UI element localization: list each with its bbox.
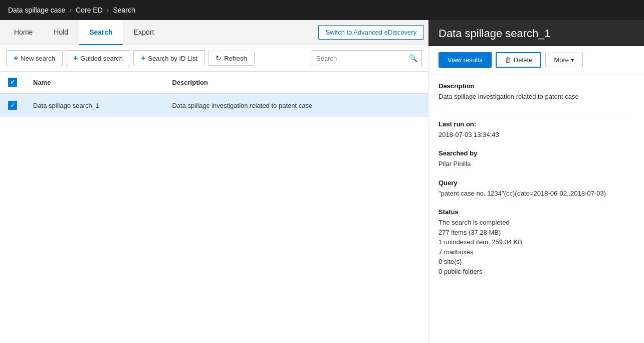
table-header-name: Name	[25, 72, 164, 93]
row-checkbox-cell[interactable]: ✓	[0, 93, 25, 117]
tab-export[interactable]: Export	[124, 20, 164, 45]
last-run-label: Last run on:	[439, 120, 634, 128]
tab-hold[interactable]: Hold	[44, 20, 78, 45]
tab-home[interactable]: Home	[4, 20, 43, 45]
table-header-checkbox-col: ✓	[0, 72, 25, 93]
main-layout: Home Hold Search Export Switch to Advanc…	[0, 20, 644, 343]
more-button[interactable]: More ▾	[545, 53, 583, 67]
description-value: Data spillage investigation related to p…	[439, 92, 634, 102]
description-section: Description Data spillage investigation …	[439, 82, 634, 102]
detail-header: Data spillage search_1	[428, 20, 644, 46]
status-line-2: 277 items (37.28 MB)	[439, 228, 634, 238]
table-header-row: ✓ Name Description	[0, 72, 428, 93]
plus-icon: +	[14, 54, 18, 63]
view-results-button[interactable]: View results	[439, 52, 492, 68]
description-label: Description	[439, 82, 634, 90]
table-row[interactable]: ✓ Data spillage search_1 Data spillage i…	[0, 93, 428, 117]
searched-by-section: Searched by Pilar Pinilla	[439, 149, 634, 169]
last-run-section: Last run on: 2018-07-03 13:34:43	[439, 120, 634, 140]
row-name-cell: Data spillage search_1	[25, 93, 164, 117]
tab-navigation: Home Hold Search Export Switch to Advanc…	[0, 20, 428, 45]
search-input[interactable]	[316, 55, 409, 62]
detail-title: Data spillage search_1	[439, 27, 634, 40]
tab-search[interactable]: Search	[79, 20, 123, 45]
status-line-6: 0 public folders	[439, 267, 634, 277]
detail-actions: View results 🗑 Delete More ▾	[428, 46, 644, 74]
status-line-5: 0 site(s)	[439, 257, 634, 267]
search-box[interactable]: 🔍	[312, 50, 422, 66]
status-label: Status	[439, 208, 634, 216]
status-line-4: 7 mailboxes	[439, 247, 634, 257]
new-search-button[interactable]: + New search	[6, 50, 63, 66]
left-panel: Home Hold Search Export Switch to Advanc…	[0, 20, 428, 343]
status-section: Status The search is completed 277 items…	[439, 208, 634, 276]
breadcrumb-search[interactable]: Search	[113, 6, 135, 14]
query-value: "patent case no. 1234"(cc)(date=2018-06-…	[439, 189, 634, 199]
breadcrumb-sep-1: ›	[69, 6, 72, 14]
status-line-1: The search is completed	[439, 218, 634, 228]
divider-1	[439, 112, 634, 112]
row-checkbox[interactable]: ✓	[8, 101, 17, 110]
plus-icon-2: +	[73, 54, 78, 63]
switch-advanced-ediscovery-button[interactable]: Switch to Advanced eDiscovery	[318, 25, 424, 40]
table-header-description: Description	[164, 72, 428, 93]
search-icon: 🔍	[409, 54, 417, 62]
guided-search-button[interactable]: + Guided search	[66, 50, 130, 66]
breadcrumb-case[interactable]: Data spillage case	[8, 6, 65, 14]
refresh-button[interactable]: ↻ Refresh	[208, 51, 255, 66]
toolbar: + New search + Guided search + Search by…	[0, 45, 428, 72]
row-description-cell: Data spillage investigation related to p…	[164, 93, 428, 117]
searched-by-value: Pilar Pinilla	[439, 159, 634, 169]
delete-button[interactable]: 🗑 Delete	[496, 52, 542, 68]
status-line-3: 1 unindexed item, 259.04 KB	[439, 237, 634, 247]
breadcrumb-sep-2: ›	[107, 6, 109, 14]
searched-by-label: Searched by	[439, 149, 634, 157]
query-label: Query	[439, 179, 634, 187]
plus-icon-3: +	[141, 54, 145, 63]
refresh-icon: ↻	[216, 54, 222, 62]
query-section: Query "patent case no. 1234"(cc)(date=20…	[439, 179, 634, 199]
right-panel: Data spillage search_1 View results 🗑 De…	[428, 20, 644, 343]
details-panel: Description Data spillage investigation …	[428, 74, 644, 343]
select-all-checkbox[interactable]: ✓	[8, 78, 17, 87]
delete-icon: 🗑	[505, 56, 511, 64]
chevron-down-icon: ▾	[571, 56, 574, 64]
breadcrumb-bar: Data spillage case › Core ED › Search	[0, 0, 644, 20]
breadcrumb-core-ed[interactable]: Core ED	[76, 6, 103, 14]
last-run-value: 2018-07-03 13:34:43	[439, 130, 634, 140]
search-by-id-list-button[interactable]: + Search by ID List	[133, 50, 205, 66]
search-table: ✓ Name Description ✓ Dat	[0, 72, 428, 343]
